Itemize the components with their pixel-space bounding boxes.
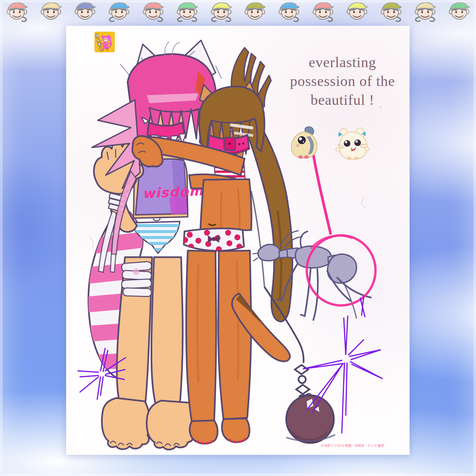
elf-face-icon <box>277 1 301 23</box>
elf-face-icon <box>447 1 471 23</box>
hamster-right-icon <box>336 128 369 160</box>
elf-face-icon <box>175 1 199 23</box>
elf-face-icon <box>345 1 369 23</box>
ant-drawing <box>253 231 371 320</box>
elf-face-icon <box>209 1 233 23</box>
art-poster: えんそく everlasting possession of the beaut… <box>66 26 410 455</box>
elf-face-icon <box>73 1 97 23</box>
elf-face-icon <box>243 1 267 23</box>
elf-face-icon <box>413 1 437 23</box>
polka-dot-shorts <box>182 228 244 252</box>
hamster-left-icon <box>291 127 317 159</box>
copyright-line: ©河井リツ子/小学館・SMDE・テレビ東京 <box>321 443 384 448</box>
sky-background: えんそく everlasting possession of the beaut… <box>0 0 476 476</box>
elf-face-icon <box>141 1 165 23</box>
ball-and-chain <box>251 191 335 443</box>
pink-pointer-line <box>313 151 331 233</box>
elf-face-icon <box>379 1 403 23</box>
elf-row <box>0 1 476 23</box>
elf-face-icon <box>107 1 131 23</box>
marker-drawing: wisdom <box>66 26 410 455</box>
elf-face-icon <box>39 1 63 23</box>
elf-face-icon <box>311 1 335 23</box>
elf-face-icon <box>5 1 29 23</box>
leg-bandage <box>121 261 152 297</box>
